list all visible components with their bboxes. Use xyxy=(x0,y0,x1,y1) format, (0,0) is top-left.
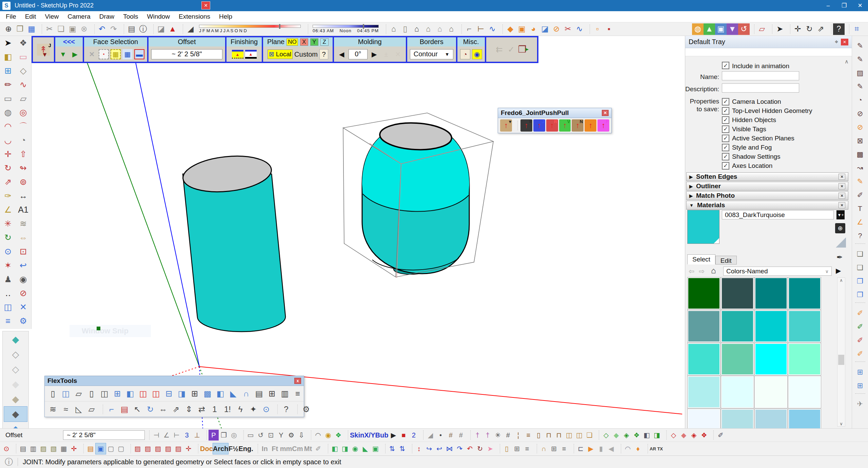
molding-next-button[interactable]: ▶ xyxy=(369,49,379,59)
measurement-value-field[interactable]: ~ 2' 2 5/8" xyxy=(63,430,145,440)
info-icon[interactable]: ⓘ xyxy=(5,456,13,467)
position-camera-tool[interactable]: ♟ xyxy=(0,272,16,286)
paste-icon[interactable]: ▣ xyxy=(67,23,78,35)
tab-edit[interactable]: Edit xyxy=(715,256,737,265)
jpp-extrude-tool[interactable]: ↑X xyxy=(585,119,596,132)
save-icon[interactable]: ▦ xyxy=(26,23,37,35)
leaf-mesh-icon[interactable]: ❖ xyxy=(333,430,343,441)
unit-mt-label[interactable]: Mt xyxy=(303,443,313,454)
arch-door-icon[interactable]: ∩ xyxy=(539,443,549,454)
undo-all-button[interactable]: ⇇ xyxy=(494,44,504,55)
swatch-teal[interactable] xyxy=(755,277,787,309)
small-tool-icon-2[interactable]: ▢ xyxy=(116,443,126,454)
section-outliner[interactable]: ▶Outliner✕ xyxy=(686,182,848,191)
tray-scroll-up-icon[interactable]: ∧ xyxy=(845,58,849,65)
pencil-protractor-icon[interactable]: ∠ xyxy=(853,215,867,229)
pole-icon-1[interactable]: † xyxy=(472,430,482,441)
small-frame-delete-icon[interactable]: ▪ xyxy=(603,23,615,35)
unit-ft-label[interactable]: Ft xyxy=(270,443,280,454)
pencil-dash-icon[interactable]: ✐ xyxy=(853,188,867,201)
scroll-thumb[interactable] xyxy=(838,355,844,365)
eraser-tool[interactable]: ▭ xyxy=(16,50,31,64)
circle-tool[interactable]: ◍ xyxy=(0,105,16,119)
window-tool[interactable]: ⊞ xyxy=(111,387,123,401)
fhalf-label[interactable]: F½ xyxy=(228,443,238,454)
rotated-rectangle-tool[interactable]: ▱ xyxy=(16,92,31,105)
swatch-mint-cream[interactable] xyxy=(755,376,787,408)
pencil-octagon-icon[interactable]: ⊘ xyxy=(853,120,867,134)
component-box-tool[interactable]: ⊞ xyxy=(0,64,16,78)
tape-measure-tool[interactable]: ✑ xyxy=(0,189,16,203)
arc-tool[interactable]: ◠ xyxy=(0,119,16,133)
paint-bucket-tool[interactable]: ◧ xyxy=(0,50,16,64)
small-frame-icon[interactable]: ▫ xyxy=(592,23,603,35)
materials-scrollbar[interactable]: ∧ ∨ xyxy=(837,277,845,427)
brush-line-icon[interactable]: ✐ xyxy=(853,319,867,333)
print-icon[interactable]: ▤ xyxy=(126,23,137,35)
paper-hatch-icon-3[interactable]: ▨ xyxy=(38,443,48,454)
link-green-icon[interactable]: ❖ xyxy=(631,430,642,441)
prev-param-button[interactable]: ▼ xyxy=(58,49,68,59)
molding-angle-field[interactable]: 0° xyxy=(349,49,368,59)
copy-icon[interactable]: ❏ xyxy=(55,23,67,35)
materials-close-icon[interactable]: ✕ xyxy=(839,202,845,208)
use-selection-button[interactable]: ▬ xyxy=(134,49,144,59)
maximize-button[interactable]: ❐ xyxy=(836,0,852,11)
model-info-icon[interactable]: ⓘ xyxy=(137,23,149,35)
flextools-titlebar[interactable]: FlexTools x xyxy=(45,376,304,386)
current-material-swatch[interactable] xyxy=(687,210,719,244)
close-button[interactable]: ✕ xyxy=(852,0,868,11)
box-top2-icon[interactable]: ⊓ xyxy=(554,430,564,441)
hatch-arrow-icon-5[interactable]: ▨ xyxy=(173,443,183,454)
xy-label-icon[interactable]: X/Y xyxy=(364,430,375,441)
cross-gear-tool[interactable]: ⚙ xyxy=(16,314,31,328)
swatch-turquoise[interactable] xyxy=(688,343,720,375)
hook-blue-icon[interactable]: ↪ xyxy=(424,443,434,454)
hatch-arrow-icon-6[interactable]: ✛ xyxy=(183,443,194,454)
doc-small-icon[interactable]: ▤ xyxy=(85,443,96,454)
link-red-icon[interactable]: ❖ xyxy=(699,430,709,441)
open-icon[interactable]: ❐ xyxy=(14,23,26,35)
shadow-date-slider[interactable]: J F M A M J J A S O N D xyxy=(199,25,301,33)
pan-tool[interactable]: ⇔ xyxy=(16,231,31,245)
plane-snap-icon[interactable]: # xyxy=(456,430,466,441)
flextools-close-icon[interactable]: x xyxy=(294,378,301,384)
magnify-tool[interactable]: ⊙ xyxy=(260,402,272,416)
pencil-z-icon[interactable]: ✎ xyxy=(853,39,867,52)
list2-icon[interactable]: ≡ xyxy=(559,443,569,454)
sandbox-tool[interactable]: ≋ xyxy=(16,217,31,231)
zoom-window-tool[interactable]: ⊡ xyxy=(16,245,31,258)
menu-camera[interactable]: Camera xyxy=(63,13,95,20)
arrow-red-updown-icon[interactable]: ↕ xyxy=(414,443,424,454)
pole-icon-2[interactable]: † xyxy=(482,430,493,441)
ramp-tool[interactable]: ◺ xyxy=(73,402,85,416)
shutter-tool[interactable]: ▥ xyxy=(279,387,291,401)
redo-icon[interactable]: ↷ xyxy=(108,23,119,35)
dim-axo-icon[interactable]: ⊥ xyxy=(192,430,202,441)
window-corner-tool[interactable]: ◣ xyxy=(227,387,239,401)
stack-dark-tool[interactable]: ◆ xyxy=(4,407,27,422)
camera-rect-icon[interactable]: ▭ xyxy=(245,430,256,441)
pencil-oval-icon[interactable]: ⊘ xyxy=(853,106,867,120)
menu-extensions[interactable]: Extensions xyxy=(174,13,215,20)
dim-offset-icon[interactable]: ⊣ xyxy=(151,430,161,441)
section-match-photo[interactable]: ▶Match Photo✕ xyxy=(686,191,848,200)
jpp-normal-tool[interactable]: ↑N xyxy=(572,119,584,132)
vert-arrow-tool[interactable]: ⇕ xyxy=(183,402,195,416)
pin-orange-icon[interactable]: ♦ xyxy=(633,443,643,454)
bowl-white-tool[interactable]: ◇ xyxy=(4,362,27,377)
swatch-dark-green[interactable] xyxy=(688,277,720,309)
molding-prev-button[interactable]: ◀ xyxy=(337,49,347,59)
swatch-medium-aquamarine[interactable] xyxy=(721,343,754,375)
house-3d-icon[interactable]: ⌂ xyxy=(388,23,399,35)
scroll-up-icon[interactable]: ∧ xyxy=(840,278,843,283)
new-icon[interactable]: ⊕ xyxy=(3,23,14,35)
material-drop-icon[interactable]: ◉ xyxy=(323,430,333,441)
point-icon[interactable]: • xyxy=(435,430,446,441)
settings-gear-tool[interactable]: ⚙ xyxy=(300,402,312,416)
prop-active-section-planes-checkbox[interactable]: ✓ xyxy=(722,135,729,142)
help-tool[interactable]: ? xyxy=(280,402,292,416)
flatten-tool-icon[interactable]: ◪ xyxy=(539,23,551,35)
move-tool[interactable]: ✛ xyxy=(0,147,16,161)
dim-angle-icon[interactable]: ∠ xyxy=(161,430,172,441)
